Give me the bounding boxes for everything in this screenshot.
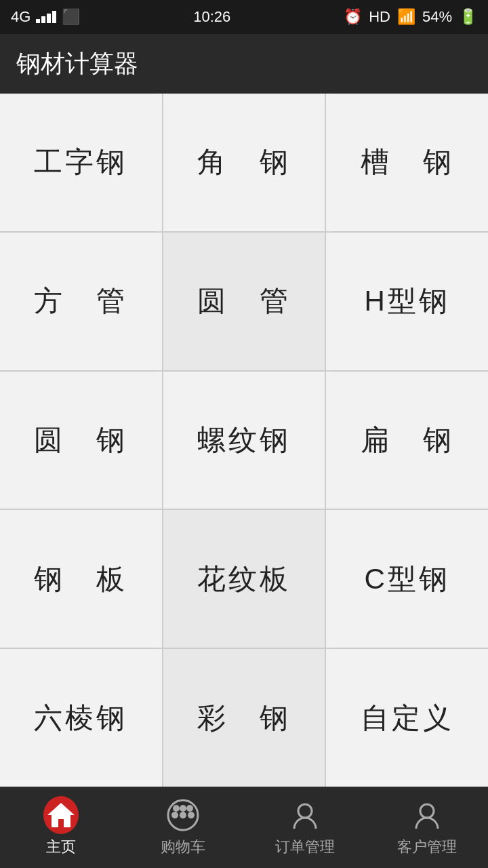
- svg-point-1: [180, 805, 186, 812]
- nav-item-home[interactable]: 主页: [0, 787, 122, 868]
- android-icon: ⬛: [62, 8, 80, 26]
- cart-svg: [167, 799, 199, 831]
- network-label: 4G: [11, 8, 30, 26]
- svg-point-8: [188, 812, 195, 818]
- customers-svg: [411, 799, 443, 831]
- home-icon: [43, 797, 79, 833]
- battery-label: 54%: [422, 8, 452, 26]
- hd-label: HD: [369, 8, 390, 26]
- grid-item-yuan-gang[interactable]: 圆 钢: [0, 372, 162, 509]
- svg-point-6: [171, 812, 178, 818]
- nav-item-customers[interactable]: 客户管理: [366, 787, 488, 868]
- grid-item-fang-guan[interactable]: 方 管: [0, 233, 162, 370]
- status-left: 4G ⬛: [11, 8, 80, 26]
- orders-svg: [289, 799, 321, 831]
- grid-item-jiao-gang[interactable]: 角 钢: [163, 94, 325, 231]
- nav-home-label: 主页: [46, 837, 76, 857]
- battery-icon: 🔋: [459, 8, 477, 26]
- wifi-icon: 📶: [397, 8, 415, 26]
- grid-item-hua-wen-ban[interactable]: 花纹板: [163, 510, 325, 648]
- time-display: 10:26: [193, 8, 230, 26]
- cart-icon: [165, 797, 201, 833]
- svg-point-10: [298, 804, 312, 818]
- grid-item-gang-ban[interactable]: 钢 板: [0, 510, 162, 648]
- grid-item-c-xing-gang[interactable]: C型钢: [326, 510, 488, 648]
- grid-item-zi-ding-yi[interactable]: 自定义: [326, 649, 488, 787]
- grid-item-h-xing-gang[interactable]: H型钢: [326, 233, 488, 370]
- nav-item-cart[interactable]: 购物车: [122, 787, 244, 868]
- grid-item-luo-wen-gang[interactable]: 螺纹钢: [163, 372, 325, 509]
- orders-icon: [287, 797, 323, 833]
- nav-cart-label: 购物车: [161, 837, 205, 857]
- nav-item-orders[interactable]: 订单管理: [244, 787, 366, 868]
- alarm-icon: ⏰: [344, 8, 362, 26]
- svg-point-7: [180, 812, 186, 818]
- customers-icon: [409, 797, 445, 833]
- svg-point-0: [173, 805, 180, 812]
- nav-customers-label: 客户管理: [397, 837, 457, 857]
- status-right: ⏰ HD 📶 54% 🔋: [344, 8, 477, 26]
- svg-point-2: [186, 805, 193, 812]
- status-bar: 4G ⬛ 10:26 ⏰ HD 📶 54% 🔋: [0, 0, 488, 34]
- material-grid: 工字钢角 钢槽 钢方 管圆 管H型钢圆 钢螺纹钢扁 钢钢 板花纹板C型钢六棱钢彩…: [0, 94, 488, 787]
- signal-icon: [36, 11, 56, 23]
- grid-item-cai-gang[interactable]: 彩 钢: [163, 649, 325, 787]
- grid-item-cao-gang[interactable]: 槽 钢: [326, 94, 488, 231]
- grid-item-liu-leng-gang[interactable]: 六棱钢: [0, 649, 162, 787]
- nav-orders-label: 订单管理: [275, 837, 335, 857]
- title-bar: 钢材计算器: [0, 34, 488, 94]
- grid-item-bian-gang[interactable]: 扁 钢: [326, 372, 488, 509]
- grid-item-yuan-guan[interactable]: 圆 管: [163, 233, 325, 370]
- svg-point-11: [420, 804, 434, 818]
- bottom-nav: 主页 购物车: [0, 787, 488, 868]
- grid-item-gong-zi-gang[interactable]: 工字钢: [0, 94, 162, 231]
- app-title: 钢材计算器: [16, 47, 138, 81]
- home-svg: [45, 799, 77, 831]
